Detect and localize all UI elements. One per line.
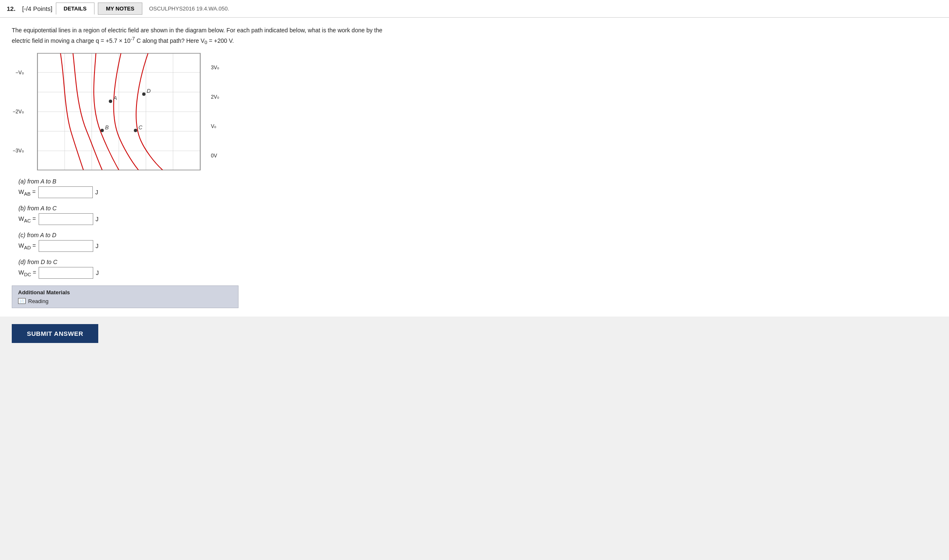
svg-point-19: [142, 92, 146, 96]
answer-row-dc: (d) from D to C WDC = J: [18, 259, 937, 279]
svg-text:D: D: [147, 88, 151, 94]
svg-text:C: C: [139, 124, 143, 131]
svg-point-13: [109, 99, 112, 103]
x-label-2v0: 2V₀: [211, 94, 219, 100]
reading-label: Reading: [28, 298, 48, 304]
x-labels: 3V₀ 2V₀ V₀ 0V: [211, 53, 219, 170]
part-b-label: (b) from A to C: [18, 205, 937, 212]
answer-row-ab: (a) from A to B WAB = J: [18, 178, 937, 198]
diagram-container: −V₀ −2V₀ −3V₀ 3V₀ 2V₀ V₀ 0V: [37, 53, 201, 170]
w-ab-input[interactable]: [38, 186, 93, 198]
y-label-neg-v0: −V₀: [13, 70, 26, 76]
tab-details[interactable]: DETAILS: [56, 3, 95, 15]
y-label-neg-3v0: −3V₀: [13, 148, 26, 154]
part-d-label: (d) from D to C: [18, 259, 937, 265]
svg-point-17: [134, 129, 137, 132]
w-dc-label: WDC =: [18, 269, 36, 277]
equipotential-diagram: A B C D: [37, 53, 201, 170]
w-ac-unit: J: [96, 216, 99, 222]
question-number: 12.: [7, 5, 16, 12]
x-label-0v: 0V: [211, 153, 219, 159]
svg-text:A: A: [113, 95, 117, 101]
submit-button[interactable]: SUBMIT ANSWER: [12, 324, 98, 343]
w-ad-unit: J: [96, 243, 99, 249]
answers-section: (a) from A to B WAB = J (b) from A to C …: [18, 178, 937, 279]
submit-section: SUBMIT ANSWER: [0, 317, 949, 351]
w-ac-label: WAC =: [18, 215, 36, 223]
additional-materials: Additional Materials 📄 Reading: [12, 285, 239, 308]
additional-materials-title: Additional Materials: [18, 289, 232, 296]
diagram-area: −V₀ −2V₀ −3V₀ 3V₀ 2V₀ V₀ 0V: [12, 53, 937, 170]
tab-my-notes[interactable]: MY NOTES: [98, 3, 142, 15]
main-content: The equipotential lines in a region of e…: [0, 18, 949, 317]
x-label-3v0: 3V₀: [211, 65, 219, 71]
answer-row-ad: (c) from A to D WAD = J: [18, 232, 937, 252]
w-dc-unit: J: [96, 270, 99, 276]
reading-icon: 📄: [18, 298, 26, 304]
w-ab-unit: J: [95, 189, 98, 196]
x-label-v0: V₀: [211, 123, 219, 129]
w-dc-input[interactable]: [39, 267, 93, 279]
part-a-label: (a) from A to B: [18, 178, 937, 185]
y-label-neg-2v0: −2V₀: [13, 109, 26, 115]
w-ad-input[interactable]: [39, 240, 93, 252]
y-labels: −V₀ −2V₀ −3V₀: [13, 53, 26, 170]
answer-row-ac: (b) from A to C WAC = J: [18, 205, 937, 225]
part-c-label: (c) from A to D: [18, 232, 937, 238]
svg-text:B: B: [105, 124, 109, 131]
reading-link[interactable]: 📄 Reading: [18, 298, 232, 304]
w-ac-input[interactable]: [39, 213, 93, 225]
svg-point-15: [100, 129, 104, 132]
w-ad-label: WAD =: [18, 242, 36, 250]
course-code: OSCULPHYS2016 19.4.WA.050.: [149, 5, 229, 12]
points-label: [-/4 Points]: [22, 5, 52, 12]
problem-description: The equipotential lines in a region of e…: [12, 26, 390, 46]
top-bar: 12. [-/4 Points] DETAILS MY NOTES OSCULP…: [0, 0, 949, 18]
w-ab-label: WAB =: [18, 188, 36, 196]
